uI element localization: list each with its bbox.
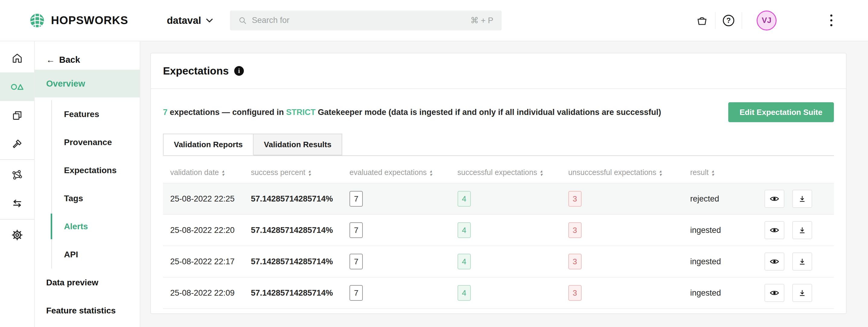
- sidebar-item-api[interactable]: API: [52, 240, 140, 268]
- unsuccessful-badge: 3: [568, 285, 582, 301]
- validation-date: 25-08-2022 22:25: [163, 183, 251, 215]
- page-title: Expectations: [163, 65, 229, 77]
- download-report-button[interactable]: [792, 221, 812, 239]
- divider: [0, 219, 34, 220]
- back-label: Back: [59, 55, 80, 65]
- sidebar-item-overview[interactable]: Overview: [35, 70, 140, 97]
- search-box[interactable]: ⌘ + P: [230, 10, 502, 30]
- download-report-button[interactable]: [792, 284, 812, 302]
- unsuccessful-badge: 3: [568, 254, 582, 269]
- rail-item-provenance-graph[interactable]: [0, 161, 34, 190]
- download-icon: [798, 226, 806, 234]
- column-header-evaluated-expectations[interactable]: evaluated expectations▴▾: [349, 163, 458, 183]
- hopsworks-logo-icon: [29, 12, 45, 29]
- view-report-button[interactable]: [765, 253, 784, 270]
- table-end-spacer: [163, 308, 834, 314]
- successful-badge: 4: [458, 285, 471, 301]
- eye-icon: [770, 194, 779, 204]
- rail-item-collections[interactable]: [0, 101, 34, 130]
- column-header-result[interactable]: result▴▾: [690, 163, 760, 183]
- validation-date: 25-08-2022 22:20: [163, 215, 251, 246]
- avatar[interactable]: VJ: [756, 10, 777, 30]
- circle-triangle-icon: [10, 81, 24, 93]
- evaluated-badge: 7: [349, 254, 363, 269]
- table-row[interactable]: 25-08-2022 22:17 57.14285714285714% 7 4 …: [163, 246, 834, 277]
- rail-item-home[interactable]: [0, 44, 34, 72]
- success-percent: 57.14285714285714%: [251, 183, 349, 215]
- rail-item-integrations[interactable]: [0, 190, 34, 218]
- sidebar-item-expectations[interactable]: Expectations: [52, 156, 140, 184]
- topbar-actions: ? VJ: [689, 0, 868, 41]
- table-row[interactable]: 25-08-2022 22:09 57.14285714285714% 7 4 …: [163, 277, 834, 308]
- successful-badge: 4: [458, 222, 471, 238]
- expectations-card: Expectations i 7 expectations — configur…: [150, 53, 846, 314]
- validation-date: 25-08-2022 22:09: [163, 277, 251, 308]
- basket-button[interactable]: [689, 10, 715, 31]
- top-bar: HOPSWORKS dataval ⌘ + P ? VJ: [0, 0, 868, 41]
- hammer-icon: [11, 138, 23, 150]
- evaluated-badge: 7: [349, 285, 363, 301]
- sidebar-item-features[interactable]: Features: [52, 100, 140, 128]
- project-name: dataval: [167, 15, 201, 26]
- summary-row: 7 expectations — configured in STRICT Ga…: [163, 102, 834, 122]
- table-row[interactable]: 25-08-2022 22:25 57.14285714285714% 7 4 …: [163, 183, 834, 215]
- rail-item-settings[interactable]: [0, 221, 34, 249]
- sort-icon: ▴▾: [430, 169, 432, 176]
- unsuccessful-badge: 3: [568, 222, 582, 238]
- sort-icon: ▴▾: [659, 169, 662, 176]
- validation-reports-table: validation date▴▾ success percent▴▾ eval…: [163, 163, 834, 314]
- success-percent: 57.14285714285714%: [251, 246, 349, 277]
- divider: [742, 12, 742, 29]
- kebab-menu-button[interactable]: [830, 14, 832, 26]
- gatekeeper-mode: STRICT: [286, 108, 316, 117]
- evaluated-badge: 7: [349, 222, 363, 238]
- graph-icon: [11, 169, 23, 181]
- help-button[interactable]: ?: [716, 10, 742, 31]
- download-report-button[interactable]: [792, 190, 812, 208]
- evaluated-badge: 7: [349, 191, 363, 207]
- swap-arrows-icon: [11, 198, 23, 210]
- rail-item-tools[interactable]: [0, 130, 34, 158]
- table-header-row: validation date▴▾ success percent▴▾ eval…: [163, 163, 834, 183]
- project-selector[interactable]: dataval: [167, 15, 213, 26]
- column-header-success-percent[interactable]: success percent▴▾: [251, 163, 349, 183]
- view-report-button[interactable]: [765, 190, 784, 208]
- back-button[interactable]: ← Back: [35, 50, 140, 70]
- table-row[interactable]: 25-08-2022 22:20 57.14285714285714% 7 4 …: [163, 215, 834, 246]
- sidebar-item-tags[interactable]: Tags: [52, 184, 140, 212]
- edit-expectation-suite-button[interactable]: Edit Expectation Suite: [728, 102, 834, 122]
- gear-icon: [11, 229, 24, 241]
- download-icon: [798, 195, 806, 203]
- help-icon: ?: [722, 14, 735, 27]
- info-icon[interactable]: i: [234, 66, 244, 76]
- column-header-validation-date[interactable]: validation date▴▾: [163, 163, 251, 183]
- rail-item-feature-store[interactable]: [0, 72, 34, 101]
- main-content: Expectations i 7 expectations — configur…: [140, 41, 868, 327]
- success-percent: 57.14285714285714%: [251, 215, 349, 246]
- overview-label: Overview: [46, 79, 85, 89]
- hopsworks-logo[interactable]: HOPSWORKS: [29, 12, 128, 29]
- column-header-successful-expectations[interactable]: successful expectations▴▾: [458, 163, 568, 183]
- sidebar-item-feature-statistics[interactable]: Feature statistics: [35, 297, 140, 325]
- view-report-button[interactable]: [765, 221, 784, 239]
- summary-text: 7 expectations — configured in STRICT Ga…: [163, 108, 661, 117]
- search-input[interactable]: [252, 16, 470, 25]
- sidebar-item-data-preview[interactable]: Data preview: [35, 268, 140, 297]
- sidebar-item-alerts[interactable]: Alerts: [52, 212, 140, 240]
- result-value: ingested: [690, 246, 760, 277]
- sidebar-nav: ← Back Overview Features Provenance Expe…: [35, 41, 140, 327]
- sidebar-item-provenance[interactable]: Provenance: [52, 128, 140, 156]
- tab-validation-results[interactable]: Validation Results: [253, 134, 342, 155]
- result-value: ingested: [690, 277, 760, 308]
- tabs: Validation Reports Validation Results: [163, 134, 834, 156]
- sort-icon: ▴▾: [540, 169, 542, 176]
- search-icon: [239, 16, 247, 25]
- column-header-actions: [759, 163, 834, 183]
- tab-validation-reports[interactable]: Validation Reports: [163, 134, 253, 155]
- back-arrow-icon: ←: [46, 55, 55, 65]
- view-report-button[interactable]: [765, 284, 784, 302]
- column-header-unsuccessful-expectations[interactable]: unsuccessful expectations▴▾: [568, 163, 690, 183]
- sort-icon: ▴▾: [308, 169, 311, 176]
- expectation-count: 7: [163, 108, 167, 117]
- download-report-button[interactable]: [792, 253, 812, 270]
